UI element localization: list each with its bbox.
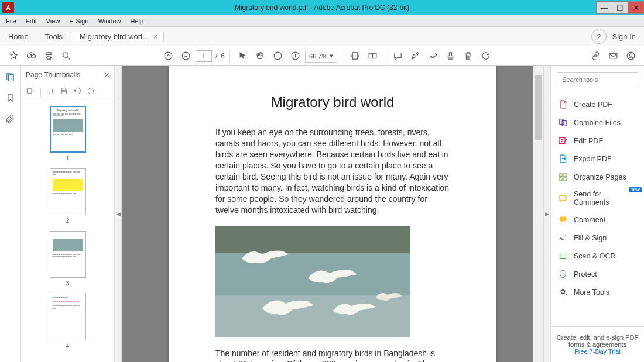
maximize-button[interactable]: ☐ xyxy=(612,1,628,14)
document-view[interactable]: Migratory bird world If you keep an eye … xyxy=(122,66,543,362)
rotate-icon[interactable] xyxy=(478,49,493,64)
thumb-undo-icon[interactable] xyxy=(73,87,82,98)
attachments-rail-icon[interactable] xyxy=(5,113,16,125)
sign-icon[interactable] xyxy=(425,49,440,64)
collapse-left-handle[interactable]: ◀ xyxy=(115,66,122,362)
app-icon: A xyxy=(2,2,14,13)
page-up-icon[interactable] xyxy=(160,49,176,64)
promo-box: Create, edit, and e-sign PDF forms & agr… xyxy=(551,326,644,362)
close-button[interactable]: ✕ xyxy=(628,1,644,14)
minimize-button[interactable]: — xyxy=(596,1,612,14)
organize-icon xyxy=(558,172,568,182)
thumbnail-page-4[interactable]: xxxx xxxx xxxx xxxxxxxx xxxx xxxx xxxx x… xyxy=(21,294,114,349)
svg-rect-15 xyxy=(560,174,562,177)
send-icon xyxy=(558,194,568,204)
collapse-right-handle[interactable]: ▶ xyxy=(543,66,550,362)
find-icon[interactable] xyxy=(59,49,74,64)
bird-image xyxy=(215,226,410,337)
read-mode-icon[interactable] xyxy=(365,49,380,64)
page-indicator: / 6 xyxy=(196,50,225,62)
menu-esign[interactable]: E-Sign xyxy=(64,16,93,26)
search-tools-input[interactable] xyxy=(557,72,638,87)
menu-view[interactable]: View xyxy=(42,16,65,26)
tool-fill-sign[interactable]: Fill & Sign xyxy=(551,229,644,247)
export-icon xyxy=(558,154,568,164)
sign-in-link[interactable]: Sign In xyxy=(612,32,636,41)
menu-edit[interactable]: Edit xyxy=(21,16,42,26)
thumbnail-page-1[interactable]: Migratory bird worldxxxx xxxx xxxx xxxx … xyxy=(21,106,114,161)
email-icon[interactable] xyxy=(605,49,621,64)
toolbar: / 6 66.7% ▾ xyxy=(0,46,644,66)
help-button[interactable]: ? xyxy=(591,29,607,44)
page-total: 6 xyxy=(221,52,225,60)
delete-icon[interactable] xyxy=(460,49,475,64)
zoom-select[interactable]: 66.7% ▾ xyxy=(305,50,337,63)
tab-home[interactable]: Home xyxy=(0,27,37,46)
thumb-delete-icon[interactable] xyxy=(46,87,55,98)
thumb-options-icon[interactable] xyxy=(26,87,35,98)
menu-window[interactable]: Window xyxy=(93,16,125,26)
tool-export-pdf[interactable]: Export PDF xyxy=(551,150,644,168)
tab-close-icon[interactable]: × xyxy=(153,32,158,41)
tool-create-pdf[interactable]: Create PDF xyxy=(551,95,644,113)
select-tool-icon[interactable] xyxy=(235,49,250,64)
print-icon[interactable] xyxy=(41,49,56,64)
cloud-upload-icon[interactable] xyxy=(23,49,39,64)
thumbnails-rail-icon[interactable] xyxy=(5,71,16,82)
svg-rect-12 xyxy=(560,119,564,125)
file-icon xyxy=(558,99,568,109)
more-icon xyxy=(558,287,568,297)
tool-combine-files[interactable]: Combine Files xyxy=(551,113,644,132)
tool-protect[interactable]: Protect xyxy=(551,265,644,283)
scan-icon xyxy=(558,251,568,261)
stamp-icon[interactable] xyxy=(443,49,458,64)
tool-label: Fill & Sign xyxy=(574,234,607,242)
protect-icon xyxy=(558,269,568,279)
svg-rect-18 xyxy=(564,178,566,181)
page-sep: / xyxy=(215,52,217,60)
thumbnail-page-2[interactable]: xxxx xxxx xxxx xxxx xxxx xxxx xxxx xxxxx… xyxy=(21,168,114,224)
thumbnails-close-icon[interactable]: × xyxy=(105,70,109,80)
svg-point-0 xyxy=(63,53,68,58)
tab-tools[interactable]: Tools xyxy=(37,27,71,46)
tool-send-for-comments[interactable]: Send for CommentsNEW xyxy=(551,186,644,211)
svg-rect-6 xyxy=(609,53,617,58)
page-number-input[interactable] xyxy=(196,50,212,62)
svg-rect-16 xyxy=(564,174,566,177)
tab-document[interactable]: Migratory bird worl... × xyxy=(71,32,164,41)
zoom-out-icon[interactable] xyxy=(270,49,285,64)
zoom-in-icon[interactable] xyxy=(287,49,303,64)
combine-icon xyxy=(558,118,568,127)
new-badge: NEW xyxy=(629,187,642,192)
tool-label: Comment xyxy=(574,216,605,224)
tab-document-label: Migratory bird worl... xyxy=(80,32,149,41)
star-icon[interactable] xyxy=(6,49,21,64)
promo-link[interactable]: Free 7-Day Trial xyxy=(574,348,621,355)
vertical-scrollbar[interactable] xyxy=(533,66,543,362)
svg-point-8 xyxy=(629,54,632,56)
thumb-redo-icon[interactable] xyxy=(87,87,95,98)
left-rail xyxy=(0,66,21,362)
profile-icon[interactable] xyxy=(623,49,638,64)
fit-width-icon[interactable] xyxy=(347,49,362,64)
menu-help[interactable]: Help xyxy=(126,16,149,26)
page-down-icon[interactable] xyxy=(178,49,193,64)
thumbnail-page-3[interactable]: xxxx xxxx xxxx xxxx xxxx xxxx xxxx xxxx … xyxy=(21,231,114,287)
highlight-icon[interactable] xyxy=(407,49,423,64)
tool-more-tools[interactable]: More Tools xyxy=(551,283,644,301)
tool-label: Send for Comments xyxy=(574,190,637,206)
doc-para-1: If you keep an eye on the surrounding tr… xyxy=(215,127,450,215)
menu-file[interactable]: File xyxy=(1,16,21,26)
bookmarks-rail-icon[interactable] xyxy=(5,92,16,104)
share-link-icon[interactable] xyxy=(588,49,603,64)
window-title: Migratory bird world.pdf - Adobe Acrobat… xyxy=(235,4,409,12)
note-icon[interactable] xyxy=(390,49,405,64)
doc-para-2: The number of resident and migratory bir… xyxy=(215,348,450,362)
hand-tool-icon[interactable] xyxy=(252,49,268,64)
tool-scan-ocr[interactable]: Scan & OCR xyxy=(551,247,644,265)
tool-comment[interactable]: Comment xyxy=(551,211,644,229)
edit-icon xyxy=(558,136,568,146)
tool-edit-pdf[interactable]: Edit PDF xyxy=(551,132,644,150)
tool-organize-pages[interactable]: Organize Pages xyxy=(551,168,644,186)
thumb-pages-icon[interactable] xyxy=(60,87,68,98)
